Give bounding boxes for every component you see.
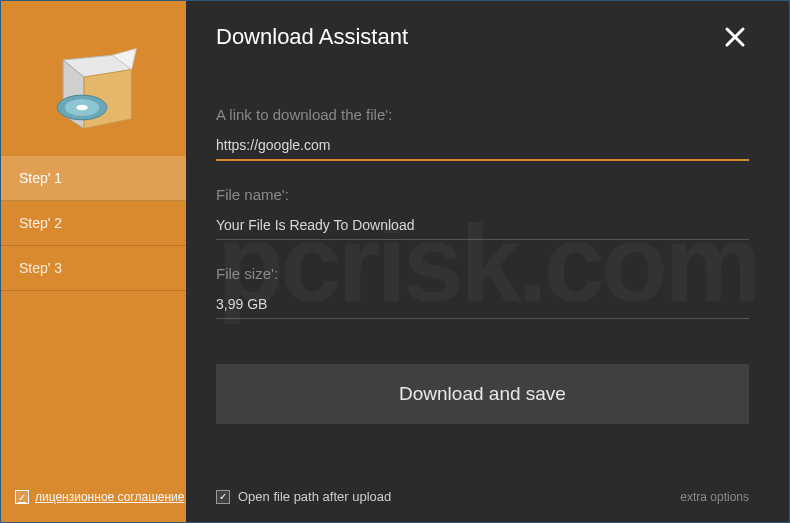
close-button[interactable]	[721, 23, 749, 51]
close-icon	[724, 26, 746, 48]
open-path-row: ✓ Open file path after upload	[216, 489, 391, 504]
sidebar-icon-area	[1, 1, 186, 156]
svg-point-6	[76, 105, 87, 111]
step-1[interactable]: Step' 1	[1, 156, 186, 201]
open-path-checkbox[interactable]: ✓	[216, 490, 230, 504]
filename-field-group: File name':	[216, 186, 749, 240]
window-frame: Step' 1 Step' 2 Step' 3 ✓ лицензионное с…	[0, 0, 790, 523]
download-button-label: Download and save	[399, 383, 566, 405]
step-2[interactable]: Step' 2	[1, 201, 186, 246]
step-label: Step' 1	[19, 170, 62, 186]
step-label: Step' 3	[19, 260, 62, 276]
filename-input[interactable]	[216, 213, 749, 240]
filesize-field-group: File size':	[216, 265, 749, 319]
link-input[interactable]	[216, 133, 749, 161]
license-agreement-row: ✓ лицензионное соглашение	[15, 490, 184, 504]
step-3[interactable]: Step' 3	[1, 246, 186, 291]
license-agreement-link[interactable]: лицензионное соглашение	[35, 490, 184, 504]
download-and-save-button[interactable]: Download and save	[216, 364, 749, 424]
main-footer: ✓ Open file path after upload extra opti…	[216, 489, 749, 504]
license-checkbox[interactable]: ✓	[15, 490, 29, 504]
link-label: A link to download the file':	[216, 106, 749, 123]
installer-box-icon	[46, 41, 141, 136]
open-path-label: Open file path after upload	[238, 489, 391, 504]
main-panel: pcrisk.com Download Assistant A link to …	[186, 1, 789, 522]
step-label: Step' 2	[19, 215, 62, 231]
filesize-label: File size':	[216, 265, 749, 282]
filename-label: File name':	[216, 186, 749, 203]
steps-list: Step' 1 Step' 2 Step' 3	[1, 156, 186, 291]
extra-options-link[interactable]: extra options	[680, 490, 749, 504]
link-field-group: A link to download the file':	[216, 106, 749, 161]
title-row: Download Assistant	[216, 23, 749, 51]
sidebar: Step' 1 Step' 2 Step' 3 ✓ лицензионное с…	[1, 1, 186, 522]
filesize-input[interactable]	[216, 292, 749, 319]
window-title: Download Assistant	[216, 24, 408, 50]
